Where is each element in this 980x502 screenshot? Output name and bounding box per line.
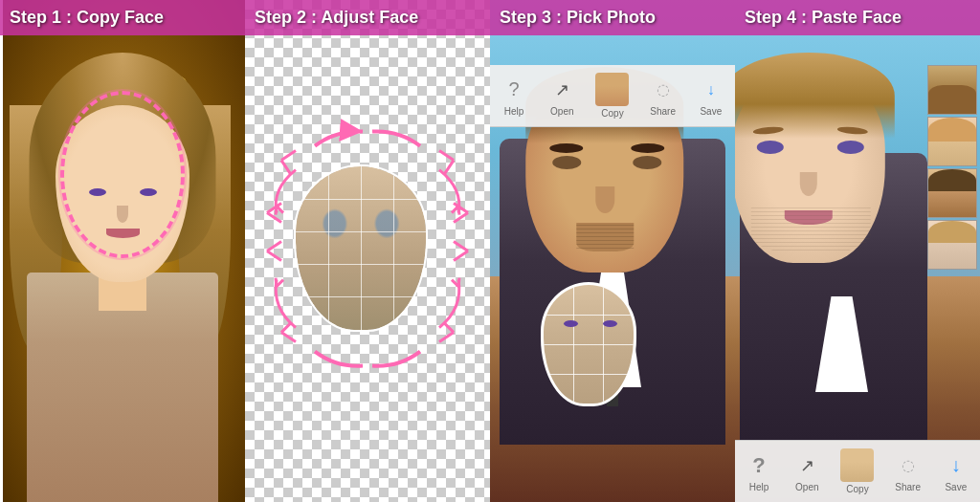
help-icon-4: ? (745, 451, 773, 480)
help-label: Help (504, 106, 524, 117)
copy-icon-4 (840, 448, 874, 482)
panel-3-toolbar-top: ? Help ↗ Open Copy ◌ Share ↓ Save (490, 65, 735, 127)
open-label: Open (550, 106, 573, 117)
share-icon: ◌ (649, 76, 678, 104)
step-1-header: Step 1 : Copy Face (0, 0, 245, 35)
open-icon: ↗ (547, 76, 576, 104)
open-label-4: Open (795, 482, 818, 492)
help-label-4: Help (749, 482, 769, 492)
share-label: Share (650, 106, 676, 117)
panel-2-background (245, 0, 490, 502)
panel-4-toolbar-bottom: ? Help ↗ Open Copy ◌ Share ↓ Save (735, 440, 980, 502)
face-overlay-dragging (541, 282, 636, 406)
copy-icon (595, 73, 629, 106)
panel-4-background: ? Help ↗ Open Copy ◌ Share ↓ Save (735, 0, 980, 502)
open-btn-4[interactable]: ↗ Open (792, 451, 821, 492)
panel-1-background (0, 0, 245, 502)
share-label-4: Share (895, 482, 921, 492)
help-icon: ? (500, 76, 528, 104)
panel-3-background: ? Help ↗ Open Copy ◌ Share ↓ Save (490, 0, 735, 502)
save-icon: ↓ (697, 76, 725, 104)
thumbnail-strip (927, 65, 980, 270)
share-btn[interactable]: ◌ Share (649, 76, 678, 117)
save-btn-4[interactable]: ↓ Save (942, 451, 970, 492)
divider-3 (0, 0, 3, 502)
help-btn[interactable]: ? Help (500, 76, 528, 117)
share-btn-4[interactable]: ◌ Share (894, 451, 923, 492)
step-4-label: Step 4 : Paste Face (745, 8, 902, 27)
thumb-1[interactable] (927, 65, 977, 115)
thumb-4[interactable] (927, 220, 977, 270)
share-icon-4: ◌ (894, 451, 923, 480)
pasted-face (735, 72, 885, 263)
step-panel-2: Step 2 : Adjust Face (245, 0, 490, 502)
copy-btn-4[interactable]: Copy (840, 448, 874, 494)
step-panel-3: ? Help ↗ Open Copy ◌ Share ↓ Save (490, 0, 735, 502)
face-grid (294, 164, 428, 332)
step-2-label: Step 2 : Adjust Face (255, 8, 418, 27)
save-label: Save (700, 106, 722, 117)
thumb-2[interactable] (927, 117, 977, 166)
step-2-header: Step 2 : Adjust Face (245, 0, 490, 35)
face-selection-oval (60, 91, 185, 258)
save-label-4: Save (945, 482, 967, 492)
step-3-header: Step 3 : Pick Photo (490, 0, 735, 35)
step-3-label: Step 3 : Pick Photo (500, 8, 656, 27)
open-icon-4: ↗ (792, 451, 821, 480)
step-1-label: Step 1 : Copy Face (10, 8, 164, 27)
copy-label: Copy (601, 108, 623, 119)
copy-label-4: Copy (846, 484, 868, 494)
copy-btn[interactable]: Copy (595, 73, 629, 119)
step-panel-4: ? Help ↗ Open Copy ◌ Share ↓ Save (735, 0, 980, 502)
step-panel-1: Step 1 : Copy Face (0, 0, 245, 502)
thumb-3[interactable] (927, 168, 977, 218)
face-grid-inner (296, 166, 426, 330)
step-4-header: Step 4 : Paste Face (735, 0, 980, 35)
save-btn[interactable]: ↓ Save (697, 76, 725, 117)
help-btn-4[interactable]: ? Help (745, 451, 773, 492)
open-btn[interactable]: ↗ Open (547, 76, 576, 117)
save-icon-4: ↓ (942, 451, 970, 480)
